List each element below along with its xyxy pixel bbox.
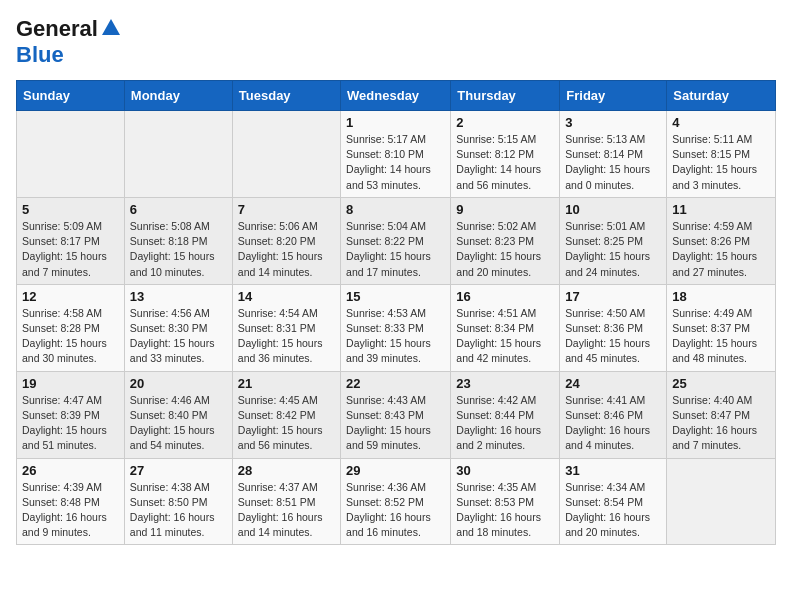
day-number: 13 bbox=[130, 289, 227, 304]
day-number: 4 bbox=[672, 115, 770, 130]
day-number: 25 bbox=[672, 376, 770, 391]
day-number: 21 bbox=[238, 376, 335, 391]
day-number: 14 bbox=[238, 289, 335, 304]
logo-general: General bbox=[16, 16, 98, 42]
calendar-table: SundayMondayTuesdayWednesdayThursdayFrid… bbox=[16, 80, 776, 545]
calendar-cell: 21Sunrise: 4:45 AMSunset: 8:42 PMDayligh… bbox=[232, 371, 340, 458]
day-info: Sunrise: 5:15 AMSunset: 8:12 PMDaylight:… bbox=[456, 132, 554, 193]
day-info: Sunrise: 5:01 AMSunset: 8:25 PMDaylight:… bbox=[565, 219, 661, 280]
calendar-cell: 25Sunrise: 4:40 AMSunset: 8:47 PMDayligh… bbox=[667, 371, 776, 458]
calendar-cell: 10Sunrise: 5:01 AMSunset: 8:25 PMDayligh… bbox=[560, 197, 667, 284]
calendar-cell: 6Sunrise: 5:08 AMSunset: 8:18 PMDaylight… bbox=[124, 197, 232, 284]
day-info: Sunrise: 4:54 AMSunset: 8:31 PMDaylight:… bbox=[238, 306, 335, 367]
calendar-cell: 19Sunrise: 4:47 AMSunset: 8:39 PMDayligh… bbox=[17, 371, 125, 458]
day-info: Sunrise: 4:37 AMSunset: 8:51 PMDaylight:… bbox=[238, 480, 335, 541]
calendar-week-5: 26Sunrise: 4:39 AMSunset: 8:48 PMDayligh… bbox=[17, 458, 776, 545]
day-number: 20 bbox=[130, 376, 227, 391]
day-number: 10 bbox=[565, 202, 661, 217]
calendar-header-wednesday: Wednesday bbox=[341, 81, 451, 111]
calendar-header-saturday: Saturday bbox=[667, 81, 776, 111]
day-info: Sunrise: 5:06 AMSunset: 8:20 PMDaylight:… bbox=[238, 219, 335, 280]
calendar-cell: 17Sunrise: 4:50 AMSunset: 8:36 PMDayligh… bbox=[560, 284, 667, 371]
day-number: 29 bbox=[346, 463, 445, 478]
calendar-cell bbox=[17, 111, 125, 198]
day-number: 17 bbox=[565, 289, 661, 304]
svg-marker-0 bbox=[102, 19, 120, 35]
day-info: Sunrise: 5:11 AMSunset: 8:15 PMDaylight:… bbox=[672, 132, 770, 193]
day-info: Sunrise: 4:40 AMSunset: 8:47 PMDaylight:… bbox=[672, 393, 770, 454]
calendar-cell: 7Sunrise: 5:06 AMSunset: 8:20 PMDaylight… bbox=[232, 197, 340, 284]
calendar-cell: 23Sunrise: 4:42 AMSunset: 8:44 PMDayligh… bbox=[451, 371, 560, 458]
calendar-header-thursday: Thursday bbox=[451, 81, 560, 111]
calendar-cell: 24Sunrise: 4:41 AMSunset: 8:46 PMDayligh… bbox=[560, 371, 667, 458]
calendar-cell: 11Sunrise: 4:59 AMSunset: 8:26 PMDayligh… bbox=[667, 197, 776, 284]
calendar-cell: 14Sunrise: 4:54 AMSunset: 8:31 PMDayligh… bbox=[232, 284, 340, 371]
day-number: 8 bbox=[346, 202, 445, 217]
day-number: 27 bbox=[130, 463, 227, 478]
page-header: General Blue bbox=[16, 16, 776, 68]
calendar-header-row: SundayMondayTuesdayWednesdayThursdayFrid… bbox=[17, 81, 776, 111]
calendar-cell: 20Sunrise: 4:46 AMSunset: 8:40 PMDayligh… bbox=[124, 371, 232, 458]
day-number: 28 bbox=[238, 463, 335, 478]
day-info: Sunrise: 4:34 AMSunset: 8:54 PMDaylight:… bbox=[565, 480, 661, 541]
calendar-cell: 15Sunrise: 4:53 AMSunset: 8:33 PMDayligh… bbox=[341, 284, 451, 371]
calendar-cell bbox=[667, 458, 776, 545]
calendar-cell: 3Sunrise: 5:13 AMSunset: 8:14 PMDaylight… bbox=[560, 111, 667, 198]
calendar-cell: 13Sunrise: 4:56 AMSunset: 8:30 PMDayligh… bbox=[124, 284, 232, 371]
day-number: 12 bbox=[22, 289, 119, 304]
calendar-cell: 26Sunrise: 4:39 AMSunset: 8:48 PMDayligh… bbox=[17, 458, 125, 545]
day-info: Sunrise: 4:43 AMSunset: 8:43 PMDaylight:… bbox=[346, 393, 445, 454]
calendar-header-monday: Monday bbox=[124, 81, 232, 111]
day-info: Sunrise: 5:04 AMSunset: 8:22 PMDaylight:… bbox=[346, 219, 445, 280]
day-info: Sunrise: 4:39 AMSunset: 8:48 PMDaylight:… bbox=[22, 480, 119, 541]
day-info: Sunrise: 4:38 AMSunset: 8:50 PMDaylight:… bbox=[130, 480, 227, 541]
day-info: Sunrise: 4:53 AMSunset: 8:33 PMDaylight:… bbox=[346, 306, 445, 367]
day-info: Sunrise: 4:47 AMSunset: 8:39 PMDaylight:… bbox=[22, 393, 119, 454]
day-info: Sunrise: 4:45 AMSunset: 8:42 PMDaylight:… bbox=[238, 393, 335, 454]
logo: General Blue bbox=[16, 16, 122, 68]
day-number: 18 bbox=[672, 289, 770, 304]
day-info: Sunrise: 4:42 AMSunset: 8:44 PMDaylight:… bbox=[456, 393, 554, 454]
calendar-cell: 4Sunrise: 5:11 AMSunset: 8:15 PMDaylight… bbox=[667, 111, 776, 198]
calendar-cell: 30Sunrise: 4:35 AMSunset: 8:53 PMDayligh… bbox=[451, 458, 560, 545]
calendar-week-4: 19Sunrise: 4:47 AMSunset: 8:39 PMDayligh… bbox=[17, 371, 776, 458]
day-info: Sunrise: 4:36 AMSunset: 8:52 PMDaylight:… bbox=[346, 480, 445, 541]
day-number: 9 bbox=[456, 202, 554, 217]
calendar-cell bbox=[232, 111, 340, 198]
day-number: 6 bbox=[130, 202, 227, 217]
day-number: 11 bbox=[672, 202, 770, 217]
calendar-cell bbox=[124, 111, 232, 198]
day-number: 26 bbox=[22, 463, 119, 478]
calendar-cell: 5Sunrise: 5:09 AMSunset: 8:17 PMDaylight… bbox=[17, 197, 125, 284]
calendar-cell: 29Sunrise: 4:36 AMSunset: 8:52 PMDayligh… bbox=[341, 458, 451, 545]
day-info: Sunrise: 5:17 AMSunset: 8:10 PMDaylight:… bbox=[346, 132, 445, 193]
calendar-cell: 2Sunrise: 5:15 AMSunset: 8:12 PMDaylight… bbox=[451, 111, 560, 198]
day-info: Sunrise: 4:59 AMSunset: 8:26 PMDaylight:… bbox=[672, 219, 770, 280]
calendar-week-2: 5Sunrise: 5:09 AMSunset: 8:17 PMDaylight… bbox=[17, 197, 776, 284]
day-number: 22 bbox=[346, 376, 445, 391]
day-info: Sunrise: 5:09 AMSunset: 8:17 PMDaylight:… bbox=[22, 219, 119, 280]
calendar-cell: 16Sunrise: 4:51 AMSunset: 8:34 PMDayligh… bbox=[451, 284, 560, 371]
day-info: Sunrise: 4:49 AMSunset: 8:37 PMDaylight:… bbox=[672, 306, 770, 367]
calendar-header-friday: Friday bbox=[560, 81, 667, 111]
day-number: 3 bbox=[565, 115, 661, 130]
day-number: 15 bbox=[346, 289, 445, 304]
calendar-cell: 18Sunrise: 4:49 AMSunset: 8:37 PMDayligh… bbox=[667, 284, 776, 371]
calendar-header-sunday: Sunday bbox=[17, 81, 125, 111]
day-number: 16 bbox=[456, 289, 554, 304]
day-info: Sunrise: 4:56 AMSunset: 8:30 PMDaylight:… bbox=[130, 306, 227, 367]
day-number: 19 bbox=[22, 376, 119, 391]
calendar-cell: 22Sunrise: 4:43 AMSunset: 8:43 PMDayligh… bbox=[341, 371, 451, 458]
calendar-week-3: 12Sunrise: 4:58 AMSunset: 8:28 PMDayligh… bbox=[17, 284, 776, 371]
day-number: 5 bbox=[22, 202, 119, 217]
day-info: Sunrise: 4:58 AMSunset: 8:28 PMDaylight:… bbox=[22, 306, 119, 367]
day-number: 7 bbox=[238, 202, 335, 217]
day-info: Sunrise: 4:50 AMSunset: 8:36 PMDaylight:… bbox=[565, 306, 661, 367]
calendar-week-1: 1Sunrise: 5:17 AMSunset: 8:10 PMDaylight… bbox=[17, 111, 776, 198]
calendar-cell: 28Sunrise: 4:37 AMSunset: 8:51 PMDayligh… bbox=[232, 458, 340, 545]
day-number: 2 bbox=[456, 115, 554, 130]
day-number: 31 bbox=[565, 463, 661, 478]
calendar-header-tuesday: Tuesday bbox=[232, 81, 340, 111]
logo-blue: Blue bbox=[16, 42, 64, 67]
calendar-cell: 31Sunrise: 4:34 AMSunset: 8:54 PMDayligh… bbox=[560, 458, 667, 545]
